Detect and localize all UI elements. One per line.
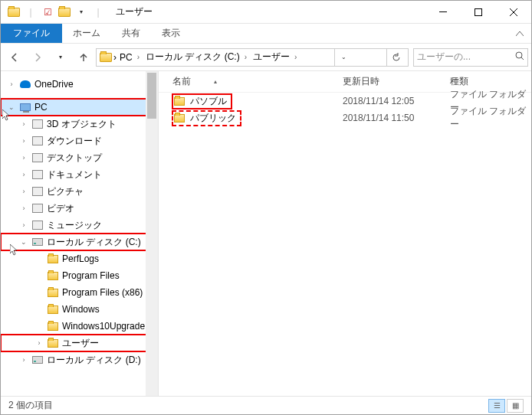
video-icon <box>31 202 44 214</box>
titlebar: | ☑ ▾ | ユーザー <box>1 1 531 24</box>
folder-icon <box>7 5 21 19</box>
tab-home[interactable]: ホーム <box>62 24 111 43</box>
breadcrumb-pc[interactable]: PC› <box>118 52 143 63</box>
scrollbar[interactable] <box>146 71 158 396</box>
scrollbar-thumb[interactable] <box>147 73 156 119</box>
tree-item[interactable]: ›ビデオ <box>1 200 158 217</box>
tree-item[interactable]: ›ドキュメント <box>1 166 158 183</box>
back-button[interactable] <box>4 47 25 68</box>
tree-item[interactable]: Program Files (x86) <box>1 284 158 301</box>
navigation-bar: ▾ › PC› ローカル ディスク (C:)› ユーザー› ⌄ ユーザーの... <box>1 44 531 71</box>
collapse-icon[interactable]: ⌄ <box>19 237 28 247</box>
status-bar: 2 個の項目 ☰ ▦ <box>1 396 531 414</box>
file-date: 2018/11/14 11:50 <box>343 113 450 123</box>
tree-onedrive[interactable]: › OneDrive <box>1 76 158 93</box>
icons-view-button[interactable]: ▦ <box>507 399 524 413</box>
breadcrumb-users[interactable]: ユーザー› <box>251 51 300 64</box>
folder-icon <box>100 51 112 64</box>
pc-icon <box>19 101 31 113</box>
tree-item[interactable]: ›デスクトップ <box>1 149 158 166</box>
column-name[interactable]: 名前 ▴ <box>159 75 343 88</box>
tree-drive-c[interactable]: ⌄ ローカル ディスク (C:) <box>1 234 158 250</box>
details-view-button[interactable]: ☰ <box>488 399 505 413</box>
qat-dropdown[interactable]: ▾ <box>74 5 88 19</box>
tree-label: ビデオ <box>47 202 74 215</box>
svg-point-2 <box>516 52 522 58</box>
tree-item[interactable]: ›3D オブジェクト <box>1 116 158 132</box>
folder-icon <box>47 286 59 299</box>
up-button[interactable] <box>73 47 94 68</box>
address-dropdown[interactable]: ⌄ <box>334 48 353 67</box>
tree-item[interactable]: Program Files <box>1 267 158 284</box>
view-buttons: ☰ ▦ <box>488 399 524 413</box>
tree-label: デスクトップ <box>47 152 102 165</box>
window-title: ユーザー <box>116 5 153 18</box>
forward-button[interactable] <box>27 47 48 68</box>
tree-label: Program Files (x86) <box>62 287 143 298</box>
tree-item[interactable]: Windows <box>1 301 158 318</box>
expand-icon[interactable]: › <box>19 119 28 129</box>
tree-users-folder[interactable]: ›ユーザー <box>1 335 158 351</box>
maximize-button[interactable] <box>461 1 496 24</box>
search-icon <box>515 51 524 63</box>
tree-item[interactable]: PerfLogs <box>1 250 158 267</box>
tree-pc[interactable]: ⌄ PC <box>1 99 158 116</box>
obj-icon <box>31 118 44 130</box>
expand-icon[interactable]: › <box>19 221 28 230</box>
navigation-tree[interactable]: › OneDrive ⌄ PC ›3D オブジェクト›ダウンロード›デスクトップ… <box>1 71 159 396</box>
file-rows: パソブル2018/11/14 12:05ファイル フォルダーパブリック2018/… <box>159 93 531 396</box>
tree-item[interactable]: Windows10Upgrade <box>1 318 158 335</box>
collapse-icon[interactable]: ⌄ <box>7 103 16 112</box>
music-icon <box>31 219 44 231</box>
expand-icon[interactable]: › <box>19 355 28 364</box>
tree-label: Program Files <box>62 270 120 281</box>
tab-view[interactable]: 表示 <box>151 24 191 43</box>
file-list: 名前 ▴ 更新日時 種類 パソブル2018/11/14 12:05ファイル フォ… <box>159 71 531 396</box>
tree-drive-d[interactable]: › ローカル ディスク (D:) <box>1 351 158 368</box>
folder-icon <box>57 5 71 19</box>
minimize-button[interactable] <box>425 1 461 24</box>
breadcrumb-drive-c[interactable]: ローカル ディスク (C:)› <box>144 51 250 64</box>
search-input[interactable]: ユーザーの... <box>413 48 528 67</box>
folder-icon <box>47 303 59 315</box>
file-date: 2018/11/14 12:05 <box>343 96 450 106</box>
properties-icon[interactable]: ☑ <box>41 5 54 19</box>
folder-icon <box>47 253 59 265</box>
expand-icon[interactable]: › <box>19 153 28 162</box>
expand-icon[interactable]: › <box>19 187 28 196</box>
tree-label: ローカル ディスク (D:) <box>47 354 141 367</box>
expand-icon[interactable]: › <box>19 204 28 213</box>
tree-item[interactable]: ›ミュージック <box>1 217 158 234</box>
column-type[interactable]: 種類 <box>450 75 531 88</box>
sort-indicator-icon: ▴ <box>214 78 217 85</box>
tree-label: ミュージック <box>47 219 102 232</box>
tree-item[interactable]: ›ピクチャ <box>1 183 158 200</box>
explorer-body: › OneDrive ⌄ PC ›3D オブジェクト›ダウンロード›デスクトップ… <box>1 71 531 396</box>
column-date[interactable]: 更新日時 <box>343 75 450 88</box>
recent-dropdown[interactable]: ▾ <box>50 47 71 68</box>
expand-icon[interactable]: › <box>19 170 28 179</box>
expand-icon[interactable]: › <box>19 136 28 145</box>
tree-label: 3D オブジェクト <box>47 118 117 131</box>
collapse-ribbon-button[interactable] <box>508 24 531 43</box>
expand-icon[interactable]: › <box>7 80 16 89</box>
close-button[interactable] <box>496 1 531 24</box>
tree-label: Windows <box>62 304 100 315</box>
svg-rect-0 <box>439 11 447 12</box>
chevron-right-icon[interactable]: › <box>113 52 117 63</box>
address-bar[interactable]: › PC› ローカル ディスク (C:)› ユーザー› ⌄ <box>96 48 409 67</box>
drive-icon <box>31 236 44 248</box>
quick-access-toolbar: | ☑ ▾ | <box>1 5 111 19</box>
file-row[interactable]: パブリック2018/11/14 11:50ファイル フォルダー <box>159 109 531 126</box>
refresh-button[interactable] <box>386 48 405 67</box>
item-count: 2 個の項目 <box>8 399 53 412</box>
tree-label: PC <box>34 102 48 113</box>
tree-label: ドキュメント <box>47 168 102 181</box>
tab-share[interactable]: 共有 <box>111 24 151 43</box>
pic-icon <box>31 185 44 198</box>
tree-label: ピクチャ <box>47 185 84 198</box>
expand-icon[interactable]: › <box>34 338 44 348</box>
tab-file[interactable]: ファイル <box>1 24 62 43</box>
folder-icon <box>47 270 59 282</box>
tree-item[interactable]: ›ダウンロード <box>1 132 158 149</box>
